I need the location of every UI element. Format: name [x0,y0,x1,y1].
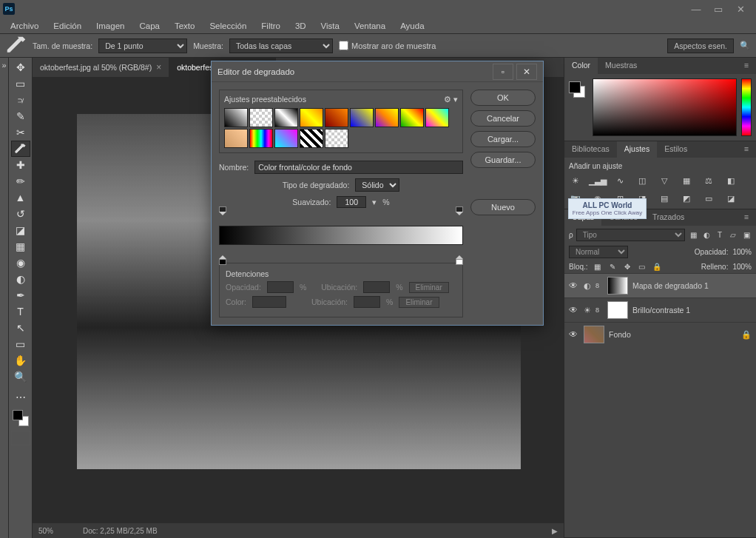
quick-mask[interactable] [11,431,30,445]
path-tool[interactable]: ↖ [11,320,30,336]
preset-swatch[interactable] [274,108,298,127]
fg-bg-colors[interactable] [11,408,30,428]
tab-close-icon[interactable]: × [156,62,161,73]
pen-tool[interactable]: ✒ [11,287,30,303]
filter-type-icon[interactable]: T [715,230,725,241]
curves-icon[interactable]: ∿ [613,175,627,186]
opacity-stop[interactable] [456,206,463,215]
stamp-tool[interactable]: ▲ [11,189,30,206]
preset-swatch[interactable] [425,108,449,127]
filter-adj-icon[interactable]: ◐ [701,230,712,241]
gradient-map-icon[interactable]: ▭ [702,192,715,204]
hand-tool[interactable]: ✋ [11,352,30,369]
menu-ventana[interactable]: Ventana [347,19,393,33]
preset-swatch[interactable] [300,129,323,148]
panel-menu-icon[interactable]: ≡ [737,141,756,158]
shape-tool[interactable]: ▭ [11,336,30,352]
preset-swatch[interactable] [224,129,248,148]
layer-name[interactable]: Mapa de degradado 1 [632,281,709,290]
tab-swatches[interactable]: Muestras [598,58,644,74]
bw-icon[interactable]: ◧ [724,175,738,186]
lock-paint-icon[interactable]: ✎ [607,261,618,272]
move-tool[interactable]: ✥ [11,59,30,75]
preset-swatch[interactable] [249,129,273,148]
layer-thumb[interactable] [584,326,604,343]
eyedropper-preset-icon[interactable] [6,37,27,55]
zoom-tool[interactable]: 🔍 [11,369,30,385]
search-icon[interactable]: 🔍 [740,41,750,51]
levels-icon[interactable]: ▁▃▅ [591,175,604,186]
workspace-button[interactable]: Aspectos esen. [667,38,734,53]
balance-icon[interactable]: ⚖ [702,175,715,186]
tab-adjustments[interactable]: Ajustes [617,141,657,158]
layer-thumb[interactable] [607,277,628,295]
ok-button[interactable]: OK [470,90,536,106]
tab-color[interactable]: Color [564,58,598,74]
layer-item[interactable]: 👁 ☀ 8 Brillo/contraste 1 [564,297,756,322]
gradient-tool[interactable]: ▦ [11,238,30,255]
heal-tool[interactable]: ✚ [11,157,30,173]
smooth-value[interactable]: 100 [337,196,366,208]
lock-pixels-icon[interactable]: ▦ [593,261,603,272]
preset-swatch[interactable] [325,129,348,148]
gradient-editor-dialog[interactable]: Editor de degradado ▫ ✕ Ajustes preestab… [211,61,544,326]
link-icon[interactable]: 8 [595,306,603,314]
stop-opacity-input[interactable] [267,281,294,293]
show-ring-checkbox[interactable]: Mostrar aro de muestra [339,41,436,50]
type-tool[interactable]: T [11,303,30,320]
new-button[interactable]: Nuevo [470,199,536,215]
color-picker[interactable] [593,78,737,136]
preset-swatch[interactable] [375,108,399,127]
visibility-icon[interactable]: 👁 [569,280,579,291]
menu-seleccion[interactable]: Selección [202,19,254,33]
link-icon[interactable]: 8 [595,282,603,289]
stop-color-swatch[interactable] [252,296,286,308]
lock-all-icon[interactable]: 🔒 [652,261,662,272]
load-button[interactable]: Cargar... [470,131,536,147]
filter-shape-icon[interactable]: ▱ [728,230,738,241]
dialog-maximize-button[interactable]: ▫ [493,64,513,80]
layer-name[interactable]: Fondo [609,330,631,339]
visibility-icon[interactable]: 👁 [569,329,579,340]
history-brush-tool[interactable]: ↺ [11,206,30,222]
dodge-tool[interactable]: ◐ [11,271,30,287]
lock-move-icon[interactable]: ✥ [622,261,632,272]
eraser-tool[interactable]: ◪ [11,222,30,238]
menu-filtro[interactable]: Filtro [254,19,288,33]
menu-imagen[interactable]: Imagen [89,19,132,33]
presets-menu-icon[interactable]: ⚙ ▾ [444,95,458,104]
layer-thumb[interactable] [607,301,628,319]
threshold-icon[interactable]: ◩ [680,192,693,204]
menu-vista[interactable]: Vista [314,19,347,33]
hue-strip[interactable] [741,78,752,136]
save-button[interactable]: Guardar... [470,152,536,168]
stop-location-input[interactable] [363,281,390,293]
menu-ayuda[interactable]: Ayuda [393,19,431,33]
hue-icon[interactable]: ▦ [680,175,693,186]
selective-icon[interactable]: ◪ [724,192,738,204]
filter-pixel-icon[interactable]: ▦ [688,230,698,241]
sample-select[interactable]: Todas las capas [229,38,333,53]
gradient-type-select[interactable]: Sólido [355,178,399,192]
color-fgbg[interactable] [569,78,588,136]
brush-tool[interactable]: ✏ [11,173,30,189]
fill-value[interactable]: 100% [732,263,752,271]
tab-libraries[interactable]: Bibliotecas [564,141,617,158]
layer-item[interactable]: 👁 ◐ 8 Mapa de degradado 1 [564,273,756,297]
menu-texto[interactable]: Texto [167,19,203,33]
posterize-icon[interactable]: ▤ [658,192,671,204]
gradient-name-input[interactable] [254,161,463,174]
tab-paths[interactable]: Trazados [645,209,692,226]
exposure-icon[interactable]: ◫ [635,175,649,186]
stop-location-input[interactable] [354,296,380,308]
opacity-stop[interactable] [219,206,226,215]
vibrance-icon[interactable]: ▽ [658,175,671,186]
dialog-close-button[interactable]: ✕ [516,64,537,80]
visibility-icon[interactable]: 👁 [569,305,579,315]
tab-doc-1[interactable]: oktoberfest.jpg al 50% (RGB/8#)× [33,58,169,77]
menu-3d[interactable]: 3D [288,19,314,33]
eyedropper-tool[interactable] [11,141,30,157]
close-button[interactable]: ✕ [734,3,747,15]
layer-kind-select[interactable]: Tipo [576,229,685,241]
delete-opacity-stop-button[interactable]: Eliminar [409,282,449,293]
